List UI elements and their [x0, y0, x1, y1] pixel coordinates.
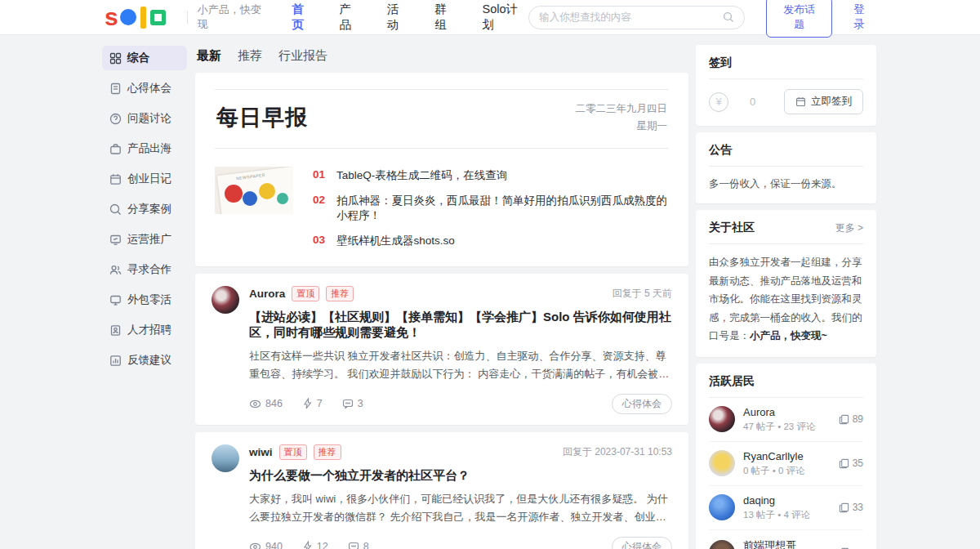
publish-topic-button[interactable]: 发布话题: [766, 0, 832, 38]
sidebar-item-label: 人才招聘: [127, 323, 172, 337]
grid-icon: [109, 52, 122, 65]
daily-report-header: 每日早报 二零二三年九月四日 星期一: [215, 89, 669, 149]
resident-row[interactable]: daqing 13 帖子 • 4 评论 33: [709, 486, 863, 530]
avatar[interactable]: [709, 540, 735, 549]
nav-home[interactable]: 首页: [292, 2, 314, 33]
zap-stat[interactable]: 7: [302, 398, 323, 409]
top-navbar: s 小产品，快变现 首页 产品 活动 群组 Solo计划 发布话题 登录: [0, 0, 980, 35]
tab-industry-report[interactable]: 行业报告: [278, 48, 327, 64]
tab-recommended[interactable]: 推荐: [238, 48, 262, 64]
search-box[interactable]: [528, 6, 745, 29]
views-stat: 846: [249, 398, 283, 410]
nav-groups[interactable]: 群组: [434, 2, 457, 33]
post-excerpt: 大家好，我叫 wiwi，很多小伙伴们，可能已经认识我了，但是大伙儿还有很多疑惑。…: [249, 490, 672, 526]
post-title[interactable]: 为什么要做一个独立开发者的社区平台？: [249, 468, 672, 484]
avatar[interactable]: [709, 450, 735, 476]
comments-stat[interactable]: 3: [342, 398, 363, 409]
sidebar-item-marketing[interactable]: 运营推广: [102, 227, 187, 252]
sidebar-item-general[interactable]: 综合: [102, 46, 187, 70]
people-icon: [109, 264, 122, 276]
sidebar-item-feedback[interactable]: 反馈建议: [102, 348, 187, 373]
calendar-icon: [109, 173, 122, 185]
avatar[interactable]: [212, 286, 239, 314]
resident-row[interactable]: 前端理想哥 8 帖子 • 0 评论 32: [709, 530, 863, 549]
id-card-icon: [109, 324, 122, 337]
post-title[interactable]: 【进站必读】【社区规则】【接单需知】【学会推广】Solo 告诉你如何使用社区，同…: [249, 310, 672, 341]
sidebar-item-cases[interactable]: 分享案例: [102, 197, 187, 221]
tab-latest[interactable]: 最新: [197, 48, 221, 64]
lightning-icon: [302, 398, 313, 409]
pages-icon: [839, 502, 849, 513]
sidebar-item-cooperation[interactable]: 寻求合作: [102, 257, 187, 282]
daily-report-thumbnail[interactable]: NEWSPAPER: [215, 167, 293, 214]
about-slogan: 小产品，快变现~: [750, 330, 827, 341]
search-input[interactable]: [539, 11, 723, 23]
sidebar-item-recruiting[interactable]: 人才招聘: [102, 318, 187, 342]
resident-score: 33: [839, 502, 863, 513]
pages-icon: [839, 458, 849, 469]
post-card[interactable]: Aurora 置顶 推荐 回复于 5 天前 【进站必读】【社区规则】【接单需知】…: [195, 274, 688, 425]
residents-title: 活跃居民: [709, 374, 755, 389]
calendar-icon: [795, 96, 806, 107]
category-pill[interactable]: 心得体会: [612, 394, 672, 414]
category-sidebar: 综合 心得体会 问题讨论 产品出海 创业日记 分享案例 运营推广 寻求合作: [102, 46, 187, 378]
site-tagline: 小产品，快变现: [198, 2, 270, 32]
daily-item[interactable]: 01 TableQ-表格生成二维码，在线查询: [313, 168, 669, 183]
comments-stat[interactable]: 8: [348, 541, 369, 549]
briefcase-icon: [109, 143, 122, 155]
announcement-title: 公告: [709, 143, 732, 158]
views-stat: 940: [249, 541, 283, 549]
right-sidebar: 签到 ¥ 0 立即签到 公告 多一份收入，保证一份来源。 关于社区 更多 > 由…: [696, 45, 876, 549]
pinned-badge: 置顶: [292, 286, 319, 301]
resident-row[interactable]: RyanCarllyle 0 帖子 • 0 评论 35: [709, 442, 863, 486]
signin-now-button[interactable]: 立即签到: [784, 89, 863, 114]
sidebar-item-label: 产品出海: [127, 141, 172, 156]
daily-item[interactable]: 02 拍瓜神器：夏日炎炎，西瓜最甜！简单好用的拍瓜识别西瓜成熟度的小程序！: [313, 194, 669, 223]
resident-name[interactable]: daqing: [743, 494, 839, 507]
eye-icon: [249, 398, 261, 410]
zap-stat[interactable]: 12: [302, 541, 328, 549]
announcement-text: 多一份收入，保证一份来源。: [709, 176, 863, 192]
avatar[interactable]: [709, 406, 735, 432]
sidebar-item-diary[interactable]: 创业日记: [102, 167, 187, 191]
sidebar-item-questions[interactable]: 问题讨论: [102, 106, 187, 131]
sidebar-item-label: 创业日记: [127, 172, 172, 186]
sidebar-item-label: 分享案例: [127, 202, 172, 216]
about-card: 关于社区 更多 > 由众多独立开发者一起组建，分享最新动态、推动产品落地及运营和…: [696, 210, 876, 357]
avatar[interactable]: [212, 444, 239, 472]
search-icon[interactable]: [723, 11, 734, 23]
nav-solo-plan[interactable]: Solo计划: [483, 2, 529, 33]
sidebar-item-overseas[interactable]: 产品出海: [102, 136, 187, 161]
chat-screen-icon: [109, 234, 122, 246]
daily-report-card: 每日早报 二零二三年九月四日 星期一 NEWSPAPER 01 TableQ-表…: [195, 73, 688, 266]
chart-icon: [109, 355, 122, 367]
resident-row[interactable]: Aurora 47 帖子 • 23 评论 89: [709, 398, 863, 442]
nav-activities[interactable]: 活动: [387, 2, 410, 33]
main-nav: 首页 产品 活动 群组 Solo计划: [292, 2, 528, 33]
sidebar-item-label: 反馈建议: [127, 353, 172, 368]
solo-logo[interactable]: s: [105, 7, 166, 29]
daily-item[interactable]: 03 壁纸样机生成器shots.so: [313, 234, 669, 248]
post-time: 回复于 2023-07-31 10:53: [563, 445, 672, 459]
avatar[interactable]: [709, 494, 735, 520]
main-column: 最新 推荐 行业报告 每日早报 二零二三年九月四日 星期一 NEWSPAPER: [195, 44, 688, 549]
sidebar-item-label: 运营推广: [127, 232, 172, 247]
recommended-badge: 推荐: [326, 286, 354, 301]
post-author[interactable]: wiwi: [249, 446, 273, 458]
sidebar-item-freelance[interactable]: 外包零活: [102, 288, 187, 312]
resident-meta: 0 帖子 • 0 评论: [743, 465, 839, 477]
comment-icon: [342, 398, 354, 409]
more-link[interactable]: 更多 >: [835, 221, 863, 235]
resident-name[interactable]: Aurora: [743, 406, 839, 418]
login-link[interactable]: 登录: [853, 2, 875, 32]
resident-score: 35: [839, 458, 863, 469]
post-author[interactable]: Aurora: [249, 288, 285, 300]
post-excerpt: 社区有这样一些共识 独立开发者社区共识：创造力、自主驱动、合作分享、资源支持、尊…: [249, 347, 672, 383]
nav-products[interactable]: 产品: [339, 2, 362, 33]
category-pill[interactable]: 心得体会: [612, 537, 672, 549]
post-card[interactable]: wiwi 置顶 推荐 回复于 2023-07-31 10:53 为什么要做一个独…: [195, 432, 688, 549]
resident-name[interactable]: 前端理想哥: [743, 538, 839, 549]
daily-report-date: 二零二三年九月四日 星期一: [576, 100, 668, 136]
sidebar-item-experience[interactable]: 心得体会: [102, 76, 187, 100]
resident-name[interactable]: RyanCarllyle: [743, 450, 839, 462]
